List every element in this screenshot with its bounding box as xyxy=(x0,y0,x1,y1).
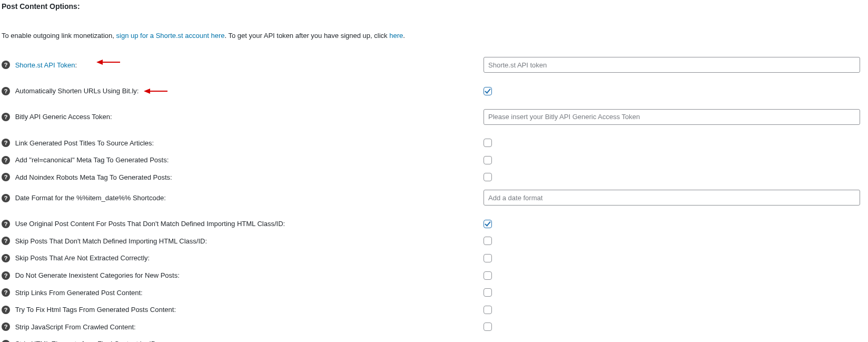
help-icon[interactable]: ? xyxy=(2,323,10,331)
skip-notextract-label: Skip Posts That Are Not Extracted Correc… xyxy=(15,254,150,262)
svg-marker-3 xyxy=(144,89,150,94)
help-icon[interactable]: ? xyxy=(2,306,10,314)
help-icon[interactable]: ? xyxy=(2,194,10,202)
strip-html-id-label: Strip HTML Elements from Final Content b… xyxy=(15,340,158,342)
intro-text: To enable outgoing link monetization, si… xyxy=(2,32,866,40)
use-original-checkbox[interactable] xyxy=(484,220,492,228)
strip-links-label: Strip Links From Generated Post Content: xyxy=(15,289,143,297)
link-titles-checkbox[interactable] xyxy=(484,139,492,147)
here-link[interactable]: here xyxy=(389,32,403,40)
bitly-auto-checkbox[interactable] xyxy=(484,87,492,95)
strip-js-label: Strip JavaScript From Crawled Content: xyxy=(15,323,136,331)
annotation-arrow xyxy=(96,58,120,66)
no-inexistent-cats-checkbox[interactable] xyxy=(484,271,492,280)
date-format-label: Date Format for the %%item_date%% Shortc… xyxy=(15,194,166,202)
use-original-label: Use Original Post Content For Posts That… xyxy=(15,220,285,228)
help-icon[interactable]: ? xyxy=(2,340,10,342)
section-title: Post Content Options: xyxy=(2,2,866,11)
help-icon[interactable]: ? xyxy=(2,113,10,121)
noindex-label: Add Noindex Robots Meta Tag To Generated… xyxy=(15,173,172,181)
help-icon[interactable]: ? xyxy=(2,156,10,164)
intro-mid: . To get your API token after you have s… xyxy=(225,32,390,40)
shortest-api-input[interactable] xyxy=(484,57,860,73)
strip-js-checkbox[interactable] xyxy=(484,323,492,331)
no-inexistent-cats-label: Do Not Generate Inexistent Categories fo… xyxy=(15,271,180,279)
link-titles-label: Link Generated Post Titles To Source Art… xyxy=(15,139,154,147)
fix-html-checkbox[interactable] xyxy=(484,306,492,314)
canonical-checkbox[interactable] xyxy=(484,156,492,164)
help-icon[interactable]: ? xyxy=(2,254,10,262)
help-icon[interactable]: ? xyxy=(2,271,10,280)
help-icon[interactable]: ? xyxy=(2,237,10,245)
intro-before: To enable outgoing link monetization, xyxy=(2,32,116,40)
annotation-arrow xyxy=(144,87,167,95)
fix-html-label: Try To Fix Html Tags From Generated Post… xyxy=(15,306,176,314)
help-icon[interactable]: ? xyxy=(2,173,10,181)
skip-notextract-checkbox[interactable] xyxy=(484,254,492,262)
signup-link[interactable]: sign up for a Shorte.st account here xyxy=(116,32,225,40)
skip-nomatch-checkbox[interactable] xyxy=(484,237,492,245)
shortest-api-label[interactable]: Shorte.st API Token xyxy=(15,61,75,69)
help-icon[interactable]: ? xyxy=(2,61,10,69)
date-format-input[interactable] xyxy=(484,190,860,206)
bitly-token-label: Bitly API Generic Access Token: xyxy=(15,113,112,121)
help-icon[interactable]: ? xyxy=(2,220,10,228)
intro-after: . xyxy=(403,32,405,40)
help-icon[interactable]: ? xyxy=(2,288,10,297)
bitly-token-input[interactable] xyxy=(484,109,860,125)
help-icon[interactable]: ? xyxy=(2,139,10,147)
svg-marker-1 xyxy=(96,60,103,65)
strip-links-checkbox[interactable] xyxy=(484,288,492,297)
skip-nomatch-label: Skip Posts That Don't Match Defined Impo… xyxy=(15,237,207,245)
noindex-checkbox[interactable] xyxy=(484,173,492,181)
bitly-auto-label: Automatically Shorten URLs Using Bit.ly: xyxy=(15,87,139,95)
help-icon[interactable]: ? xyxy=(2,87,10,95)
canonical-label: Add "rel=canonical" Meta Tag To Generate… xyxy=(15,156,169,164)
